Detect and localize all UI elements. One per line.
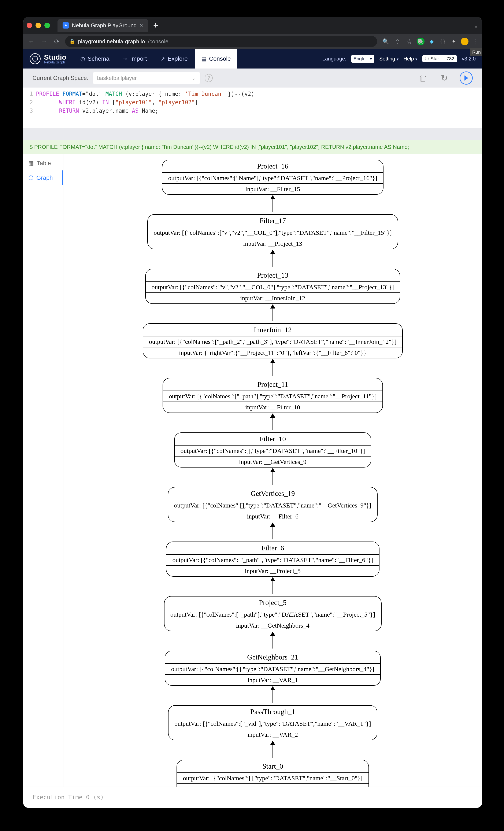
plan-node-title: Start_0	[177, 760, 368, 772]
header-right: Language: Engli…▾ Setting ▾ Help ▾ ⎔Star…	[322, 55, 476, 63]
plan-node-title: Project_16	[162, 160, 383, 172]
help-dropdown[interactable]: Help ▾	[404, 56, 417, 62]
plan-node-outputvar: outputVar: [{"colNames":["_path"],"type"…	[165, 609, 381, 620]
space-value: basketballplayer	[97, 75, 137, 81]
star-icon[interactable]: ☆	[405, 37, 414, 46]
language-label: Language:	[322, 56, 346, 62]
run-button[interactable]	[459, 71, 473, 85]
editor-code[interactable]: PROFILE FORMAT="dot" MATCH (v:player { n…	[36, 90, 482, 115]
window-close-icon[interactable]	[27, 23, 32, 28]
history-icon[interactable]: ↻	[439, 72, 450, 84]
plan-node-outputvar: outputVar: [{"colNames":[],"type":"DATAS…	[168, 500, 377, 511]
diamond-extension-icon[interactable]: ◆	[428, 38, 436, 45]
chevron-down-icon: ⌄	[191, 75, 196, 81]
tab-table[interactable]: ▦ Table	[23, 156, 63, 170]
tab-graph[interactable]: ⬡ Graph	[23, 170, 63, 185]
plan-node-inputvar: inputVar: __VAR_2	[169, 729, 377, 740]
nav-forward-icon[interactable]: →	[40, 37, 48, 46]
plan-node[interactable]: GetNeighbors_21outputVar: [{"colNames":[…	[165, 651, 381, 686]
app-window: ✦ Nebula Graph PlayGround × + ⌄ ← → ⟳ 🔒 …	[23, 17, 482, 808]
plan-arrow-icon	[272, 305, 273, 321]
plan-node[interactable]: PassThrough_1outputVar: [{"colNames":["_…	[168, 705, 377, 740]
plan-node-inputvar: inputVar: __VAR_1	[165, 674, 380, 685]
tab-close-icon[interactable]: ×	[140, 22, 143, 29]
plan-node-outputvar: outputVar: [{"colNames":["v","v2","__COL…	[148, 227, 398, 238]
setting-dropdown[interactable]: Setting ▾	[379, 56, 398, 62]
plan-node[interactable]: Project_16outputVar: [{"colNames":["Name…	[162, 160, 384, 195]
plan-node-title: PassThrough_1	[169, 706, 377, 718]
window-maximize-icon[interactable]	[45, 23, 50, 28]
plan-node[interactable]: Project_5outputVar: [{"colNames":["_path…	[164, 596, 382, 631]
brand-title: Studio	[44, 54, 66, 61]
evernote-extension-icon[interactable]: 🐘	[417, 38, 424, 45]
plan-node-outputvar: outputVar: [{"colNames":["v","v2","__COL…	[146, 281, 400, 292]
tab-overflow-icon[interactable]: ⌄	[473, 22, 479, 29]
nav-reload-icon[interactable]: ⟳	[53, 37, 61, 46]
nav-back-icon[interactable]: ←	[27, 37, 35, 46]
window-minimize-icon[interactable]	[35, 23, 41, 28]
plan-node[interactable]: GetVertices_19outputVar: [{"colNames":[]…	[168, 487, 378, 522]
help-icon[interactable]: ?	[205, 74, 213, 82]
share-icon[interactable]: ⇪	[393, 37, 402, 46]
profile-avatar-icon[interactable]	[461, 38, 469, 45]
toolbar-icons: 🔍 ⇪ ☆ 🐘 ◆ { } ✦ ⋮	[381, 37, 478, 46]
plan-node-title: Filter_6	[167, 542, 379, 554]
brand[interactable]: Studio Nebula Graph	[30, 53, 66, 64]
explore-icon: ↗	[160, 56, 165, 62]
url-domain: playground.nebula-graph.io	[78, 38, 145, 45]
brand-subtitle: Nebula Graph	[44, 61, 66, 64]
nav-schema[interactable]: ◷Schema	[75, 49, 115, 68]
space-bar: Current Graph Space: basketballplayer ⌄ …	[23, 68, 482, 88]
result-side-tabs: ▦ Table ⬡ Graph	[23, 154, 63, 803]
traffic-lights	[27, 23, 50, 28]
language-dropdown[interactable]: Engli…▾	[351, 55, 374, 63]
address-field[interactable]: 🔒 playground.nebula-graph.io/console	[65, 36, 377, 47]
graph-icon: ⬡	[28, 174, 33, 181]
space-label: Current Graph Space:	[33, 75, 88, 81]
plan-arrow-icon	[272, 414, 273, 430]
plan-arrow-icon	[272, 687, 273, 703]
search-icon[interactable]: 🔍	[381, 37, 390, 46]
execution-time: Execution Time 0 (s)	[33, 794, 104, 801]
plan-node-title: InnerJoin_12	[143, 324, 403, 336]
nebula-favicon-icon: ✦	[63, 22, 69, 29]
plan-node[interactable]: Filter_17outputVar: [{"colNames":["v","v…	[147, 214, 398, 249]
graph-pane[interactable]: Project_16outputVar: [{"colNames":["Name…	[63, 154, 482, 803]
import-icon: ⇥	[123, 56, 127, 62]
code-editor[interactable]: 1 2 3 PROFILE FORMAT="dot" MATCH (v:play…	[23, 88, 482, 128]
github-star-button[interactable]: ⎔Star 782	[422, 55, 457, 62]
nav-console[interactable]: ▤Console	[195, 49, 237, 68]
plan-node[interactable]: Filter_10outputVar: [{"colNames":[],"typ…	[174, 432, 372, 467]
devtools-extension-icon[interactable]: { }	[439, 38, 446, 45]
plan-arrow-icon	[272, 360, 273, 376]
plan-node[interactable]: Project_13outputVar: [{"colNames":["v","…	[145, 269, 400, 304]
plan-node-inputvar: inputVar: __InnerJoin_12	[146, 292, 400, 304]
kebab-menu-icon[interactable]: ⋮	[472, 38, 478, 45]
separator	[23, 128, 482, 140]
new-tab-button[interactable]: +	[153, 21, 158, 30]
space-select[interactable]: basketballplayer ⌄	[93, 72, 200, 84]
lock-icon: 🔒	[69, 39, 75, 44]
plan-node[interactable]: Filter_6outputVar: [{"colNames":["_path"…	[166, 542, 379, 577]
plan-node-outputvar: outputVar: [{"colNames":["Name"],"type":…	[162, 172, 383, 183]
plan-node-title: GetNeighbors_21	[165, 651, 380, 663]
plan-node-outputvar: outputVar: [{"colNames":[],"type":"DATAS…	[165, 663, 380, 674]
clear-icon[interactable]: 🗑	[417, 72, 429, 84]
extensions-icon[interactable]: ✦	[450, 38, 457, 45]
nav-explore[interactable]: ↗Explore	[154, 49, 194, 68]
plan-node-title: Project_11	[163, 378, 383, 391]
plan-node-inputvar: inputVar: __Filter_15	[162, 183, 383, 194]
chevron-down-icon: ▾	[370, 56, 372, 61]
plan-node-title: Filter_10	[175, 433, 371, 445]
plan-node-outputvar: outputVar: [{"colNames":["_path"],"type"…	[163, 391, 383, 402]
plan-node-outputvar: outputVar: [{"colNames":["_path"],"type"…	[167, 554, 379, 565]
browser-tab[interactable]: ✦ Nebula Graph PlayGround ×	[58, 19, 148, 32]
plan-node[interactable]: Project_11outputVar: [{"colNames":["_pat…	[162, 378, 383, 413]
url-path: /console	[148, 38, 169, 45]
plan-node[interactable]: InnerJoin_12outputVar: [{"colNames":["_p…	[143, 323, 403, 359]
plan-arrow-icon	[272, 196, 273, 212]
nav-import[interactable]: ⇥Import	[117, 49, 153, 68]
github-icon: ⎔	[425, 56, 429, 61]
plan-node-inputvar: inputVar: __Filter_10	[163, 402, 383, 412]
plan-node-outputvar: outputVar: [{"colNames":[],"type":"DATAS…	[175, 445, 371, 456]
